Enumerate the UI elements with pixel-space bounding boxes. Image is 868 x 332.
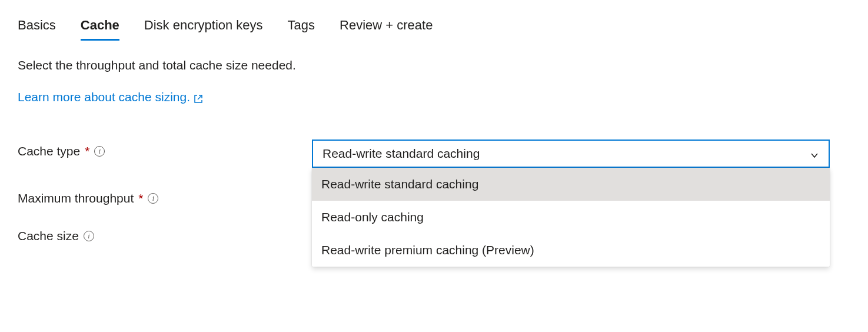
max-throughput-label-text: Maximum throughput bbox=[18, 191, 134, 205]
tab-review-create[interactable]: Review + create bbox=[340, 18, 433, 41]
learn-more-link[interactable]: Learn more about cache sizing. bbox=[18, 90, 203, 104]
external-link-icon bbox=[194, 92, 203, 102]
description-text: Select the throughput and total cache si… bbox=[18, 58, 850, 72]
required-indicator: * bbox=[138, 191, 143, 205]
cache-type-label-text: Cache type bbox=[18, 144, 80, 158]
cache-type-select-container: Read-write standard caching Read-write s… bbox=[312, 140, 830, 168]
dropdown-option-read-only[interactable]: Read-only caching bbox=[312, 201, 830, 234]
form-row-cache-type: Cache type * i Read-write standard cachi… bbox=[18, 140, 850, 168]
learn-more-text: Learn more about cache sizing. bbox=[18, 90, 190, 104]
cache-type-select[interactable]: Read-write standard caching bbox=[312, 140, 830, 168]
required-indicator: * bbox=[85, 144, 89, 158]
tab-tags[interactable]: Tags bbox=[288, 18, 315, 41]
cache-type-label: Cache type * i bbox=[18, 140, 312, 158]
cache-type-selected-value: Read-write standard caching bbox=[322, 147, 480, 161]
cache-size-label: Cache size i bbox=[18, 224, 312, 243]
info-icon[interactable]: i bbox=[94, 146, 105, 157]
info-icon[interactable]: i bbox=[84, 231, 94, 241]
cache-type-dropdown: Read-write standard caching Read-only ca… bbox=[312, 168, 830, 267]
tab-disk-encryption-keys[interactable]: Disk encryption keys bbox=[144, 18, 263, 41]
info-icon[interactable]: i bbox=[148, 193, 158, 204]
tab-cache[interactable]: Cache bbox=[81, 18, 119, 41]
dropdown-option-read-write-standard[interactable]: Read-write standard caching bbox=[312, 168, 830, 201]
tabs-container: Basics Cache Disk encryption keys Tags R… bbox=[18, 18, 850, 41]
tab-basics[interactable]: Basics bbox=[18, 18, 56, 41]
dropdown-option-read-write-premium[interactable]: Read-write premium caching (Preview) bbox=[312, 234, 830, 267]
cache-size-label-text: Cache size bbox=[18, 229, 79, 243]
chevron-down-icon bbox=[810, 149, 819, 158]
max-throughput-label: Maximum throughput * i bbox=[18, 187, 312, 205]
